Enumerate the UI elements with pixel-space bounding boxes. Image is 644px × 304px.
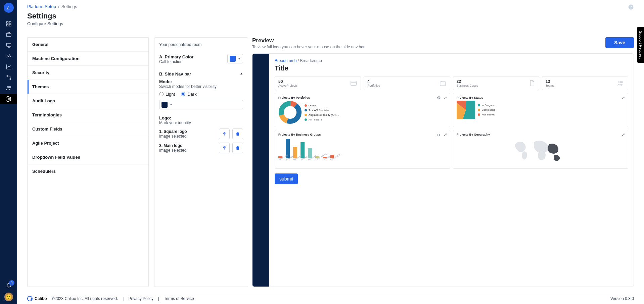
mode-hint: Switch modes for better visibility: [159, 84, 243, 89]
settings-tab-terminologies[interactable]: Terminologies: [28, 108, 148, 122]
preview-title: Preview: [252, 37, 365, 44]
footer-privacy-link[interactable]: Privacy Policy: [128, 296, 153, 301]
page-subtitle: Configure Settings: [27, 21, 634, 26]
rail-nav: [0, 19, 17, 104]
main-logo-label: 2. Main logo: [159, 143, 186, 148]
rail-monitor-icon[interactable]: [0, 40, 17, 50]
expand-icon[interactable]: ⤢: [622, 95, 625, 100]
svg-rect-3: [9, 24, 11, 26]
expand-icon[interactable]: ⤢: [444, 95, 447, 100]
preview-breadcrumb-link[interactable]: Breadcrumb: [275, 58, 296, 63]
preview-submit-button[interactable]: submit: [275, 173, 298, 184]
pie-chart: [457, 101, 475, 119]
mode-dark-radio[interactable]: Dark: [181, 92, 196, 97]
help-icon[interactable]: ?: [628, 4, 634, 11]
svg-point-8: [7, 87, 9, 88]
settings-tab-security[interactable]: Security: [28, 66, 148, 80]
primary-color-hint: Call to action: [159, 59, 194, 64]
settings-tab-machine-configuration[interactable]: Machine Configuration: [28, 52, 148, 66]
svg-rect-2: [6, 24, 8, 26]
main-logo-delete-button[interactable]: [232, 143, 243, 153]
svg-rect-14: [440, 82, 446, 86]
svg-point-6: [7, 75, 8, 77]
footer-version: Version 0.3.0: [610, 296, 634, 301]
settings-tab-themes[interactable]: Themes: [28, 80, 148, 94]
panel-title: Projects By Portfolios: [278, 96, 447, 99]
footer-brand: Calibo: [27, 296, 47, 301]
settings-tab-dropdown-field-values[interactable]: Dropdown Field Values: [28, 150, 148, 164]
svg-rect-0: [6, 21, 8, 23]
square-logo-upload-button[interactable]: [219, 129, 230, 139]
world-map: [457, 136, 625, 165]
settings-tab-schedulers[interactable]: Schedulers: [28, 164, 148, 178]
rail-dashboard-icon[interactable]: [0, 19, 17, 29]
rail-briefcase-icon[interactable]: [0, 30, 17, 40]
theme-config-panel: Your personalized room A. Primary Color …: [154, 37, 248, 287]
settings-tab-general[interactable]: General: [28, 38, 148, 52]
panel-title: Projects By Geography: [457, 133, 625, 136]
page-header: ? Platform Setup / Settings Settings Con…: [17, 0, 644, 31]
svg-point-15: [619, 81, 621, 83]
stat-card: 4Portfolios: [364, 76, 450, 90]
svg-point-9: [9, 86, 10, 88]
settings-tab-audit-logs[interactable]: Audit Logs: [28, 94, 148, 108]
svg-rect-4: [6, 33, 11, 37]
stat-card: 13Teams: [542, 76, 628, 90]
expand-icon[interactable]: ⤢: [444, 132, 447, 137]
footer-copyright: ©2023 Calibo Inc. All rights reserved.: [52, 296, 118, 301]
notifications-badge: 9: [9, 280, 14, 286]
preview-hint: To view full logo you can hover your mou…: [252, 45, 365, 49]
panel-status: Projects By Status ⤢ In ProgressComplete…: [453, 93, 629, 127]
rail-activity-icon[interactable]: [0, 51, 17, 61]
rail-chart-icon[interactable]: [0, 62, 17, 72]
svg-rect-5: [6, 43, 11, 46]
rail-users-icon[interactable]: [0, 83, 17, 93]
settings-sidebar: GeneralMachine ConfigurationSecurityThem…: [27, 37, 149, 287]
sidenav-color-picker[interactable]: ▼: [159, 100, 243, 109]
support-request-tab[interactable]: Support Request: [637, 27, 644, 63]
primary-color-picker[interactable]: ▼: [227, 54, 243, 63]
svg-text:?: ?: [630, 5, 632, 9]
square-logo-status: Image selected: [159, 134, 187, 139]
mode-light-radio[interactable]: Light: [159, 92, 175, 97]
svg-point-21: [284, 107, 295, 118]
expand-icon[interactable]: ⤢: [622, 132, 625, 137]
page-title: Settings: [27, 12, 634, 20]
square-logo-delete-button[interactable]: [232, 129, 243, 139]
breadcrumb-parent[interactable]: Platform Setup: [27, 4, 56, 9]
settings-tab-custom-fields[interactable]: Custom Fields: [28, 122, 148, 136]
save-button[interactable]: Save: [605, 37, 634, 48]
rail-settings-icon[interactable]: [0, 94, 17, 104]
preview-page-title: Title: [275, 64, 628, 72]
sidenav-label: B. Side Nav bar: [159, 71, 191, 77]
donut-chart: [278, 101, 302, 124]
preview-breadcrumb: Breadcrumb / Breadcrumb: [275, 58, 628, 63]
square-logo-label: 1. Square logo: [159, 129, 187, 134]
user-avatar[interactable]: 🙂: [4, 293, 13, 301]
notifications-button[interactable]: 9: [6, 282, 12, 289]
config-room-label: Your personalized room: [159, 42, 243, 47]
panel-title: Projects By Status: [457, 96, 625, 99]
footer: Calibo ©2023 Calibo Inc. All rights rese…: [17, 293, 644, 304]
breadcrumb-current: Settings: [61, 4, 77, 9]
primary-color-label: A. Primary Color: [159, 54, 194, 59]
logo-label: Logo:: [159, 115, 243, 120]
app-logo[interactable]: L: [4, 3, 14, 13]
svg-rect-1: [9, 21, 11, 23]
settings-tab-agile-project[interactable]: Agile Project: [28, 136, 148, 150]
rail-pipeline-icon[interactable]: [0, 72, 17, 83]
svg-point-10: [8, 98, 9, 100]
stat-card: 22Business Cases: [453, 76, 539, 90]
mode-label: Mode:: [159, 79, 243, 84]
stat-card: 50ActiveProjects: [275, 76, 361, 90]
bar-icon[interactable]: ⫾⫾: [436, 132, 441, 137]
main-logo-upload-button[interactable]: [219, 143, 230, 153]
svg-point-24: [459, 103, 473, 117]
footer-terms-link[interactable]: Terms of Service: [164, 296, 194, 301]
panel-portfolios: Projects By Portfolios ⚙⤢ OthersTest AG …: [275, 93, 450, 127]
collapse-icon[interactable]: ▲: [240, 71, 243, 75]
settings-icon[interactable]: ⚙: [437, 95, 441, 100]
app-rail: L 9 🙂: [0, 0, 17, 304]
svg-point-7: [10, 79, 11, 80]
preview-breadcrumb-current: Breadcrumb: [300, 58, 322, 63]
